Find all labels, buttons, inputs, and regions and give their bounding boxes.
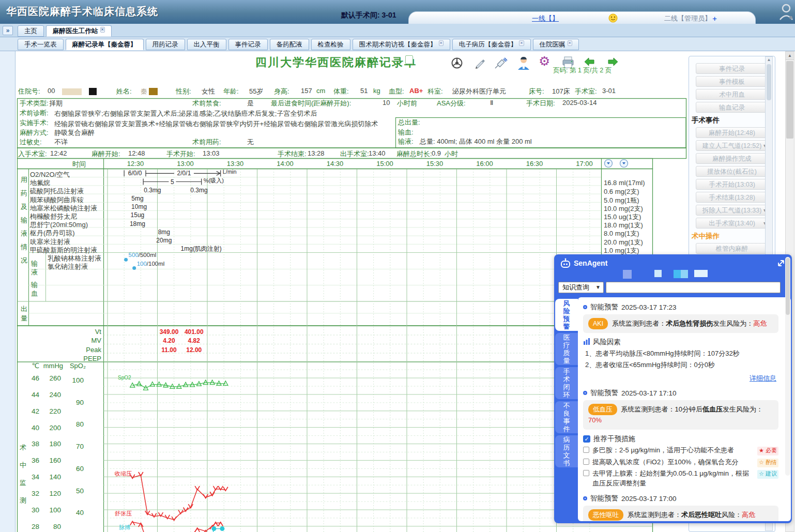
- chart-text: 6/0/0: [128, 170, 142, 177]
- syringe-icon[interactable]: [494, 57, 508, 71]
- intervention-item: 提高吸入氧浓度（FiO2）至100%，确保氧合充分☆ 酌情: [583, 458, 778, 467]
- doc-field: 13:40: [369, 149, 386, 157]
- chart-text: 50: [76, 487, 84, 495]
- line1-link[interactable]: 一线【】: [532, 14, 559, 23]
- doc-field: 手术开始:: [166, 149, 195, 159]
- tab-1[interactable]: 麻醉记录单【秦金蓉】: [66, 39, 144, 50]
- section-label: 量: [21, 314, 27, 323]
- event-button-5[interactable]: 手术结束(13:28): [696, 192, 768, 203]
- chart-text: 34: [32, 473, 40, 481]
- tab-0[interactable]: 手术一览表: [18, 39, 64, 50]
- user-icon[interactable]: [778, 3, 794, 23]
- tab-5[interactable]: 备药配液: [270, 39, 309, 50]
- doc-field: 实施手术:: [20, 118, 49, 128]
- bar-chart-icon: [583, 338, 590, 346]
- section-label: 监: [20, 478, 26, 488]
- vent-value: 349.00: [160, 328, 179, 336]
- risk-badge: 低血压: [588, 404, 617, 415]
- scroll-up-icon[interactable]: ▲: [786, 52, 794, 60]
- tab-7[interactable]: 围术期术前访视【秦金蓉】×: [353, 39, 450, 50]
- doc-field: 2025-03-14: [562, 99, 597, 107]
- doc-field: 是: [247, 99, 254, 108]
- line2-link[interactable]: 二线【管理员】＋: [664, 14, 718, 23]
- close-icon[interactable]: ×: [519, 40, 524, 46]
- tab-0[interactable]: 主页: [18, 25, 44, 37]
- time-tick: 15:30: [426, 160, 444, 168]
- chart-text: 32: [32, 490, 39, 497]
- tab-3[interactable]: 出入平衡: [187, 39, 226, 50]
- patient-field: 姓名:: [116, 87, 132, 96]
- section-label: 血: [31, 289, 38, 298]
- chart-text: 42: [32, 407, 39, 415]
- tab-9[interactable]: 住院医嘱×: [533, 39, 579, 50]
- alert-bubble: AKI系统监测到患者：术后急性肾损伤发生风险为：高危: [583, 314, 778, 333]
- checkbox-icon[interactable]: [583, 447, 589, 453]
- collapse-button[interactable]: »: [3, 26, 13, 35]
- event-button-1[interactable]: 建立人工气道(12:52)▾: [696, 140, 768, 151]
- main-scroll-thumb[interactable]: [786, 61, 793, 139]
- steering-wheel-icon[interactable]: [451, 57, 463, 71]
- checkbox-icon[interactable]: [583, 470, 589, 476]
- intraop-button-0[interactable]: 椎管内麻醉: [696, 243, 768, 254]
- tab-8[interactable]: 电子病历【秦金蓉】×: [452, 39, 531, 50]
- event-button-3[interactable]: 摆放体位(截石位): [696, 166, 768, 177]
- alert-title: 智能预警: [590, 494, 618, 503]
- close-icon[interactable]: ×: [568, 40, 572, 46]
- query-input[interactable]: [606, 282, 781, 293]
- main-tab-bar: » 主页麻醉医生工作站×: [0, 24, 795, 37]
- sidebar-button-1[interactable]: 事件模板: [696, 76, 768, 87]
- senagent-tab-1[interactable]: 医疗质量: [555, 333, 578, 365]
- sidebar-scroll-thumb[interactable]: [767, 64, 771, 100]
- messages-scrollbar[interactable]: [785, 257, 790, 476]
- section-label: 况: [21, 256, 27, 265]
- doc-field: 10: [383, 99, 390, 107]
- title-overlay-box: [405, 55, 413, 64]
- doc-field: 麻醉方式:: [20, 128, 49, 138]
- tab-2[interactable]: 用药记录: [146, 39, 185, 50]
- messages-scroll-thumb[interactable]: [786, 258, 790, 315]
- checkbox-icon[interactable]: [583, 459, 589, 465]
- senagent-tab-3[interactable]: 不良事件: [555, 401, 578, 433]
- sidebar-button-2[interactable]: 术中用血: [696, 89, 768, 100]
- doc-field: 经输尿管镜右侧输尿管支架置换术+经输尿管镜右侧输尿管狭窄内切开+经输尿管镜右侧输…: [54, 119, 378, 129]
- details-link[interactable]: 详细信息: [583, 374, 776, 383]
- tab-1[interactable]: 麻醉医生工作站×: [46, 25, 112, 37]
- doc-field: 择期: [49, 99, 63, 108]
- tab-label: 电子病历【秦金蓉】: [459, 41, 517, 48]
- event-button-4[interactable]: 手术开始(13:03): [696, 179, 768, 190]
- senagent-tab-2[interactable]: 手术闭环: [555, 367, 578, 399]
- sidebar-button-0[interactable]: 事件记录: [696, 63, 768, 74]
- close-icon[interactable]: ×: [100, 27, 105, 33]
- checkbox-checked-icon[interactable]: ✓: [583, 435, 590, 443]
- section-title: 推荐干预措施: [593, 434, 635, 444]
- expand-icon[interactable]: [776, 259, 786, 270]
- tab-4[interactable]: 事件记录: [228, 39, 268, 50]
- query-mode-select[interactable]: 知识查询▼: [558, 282, 604, 293]
- chart-text: 120: [49, 490, 61, 497]
- gear-icon[interactable]: ⚙: [539, 55, 550, 68]
- senagent-tab-4[interactable]: 病历文书: [555, 435, 578, 467]
- tab-label: 住院医嘱: [540, 41, 565, 48]
- event-button-6[interactable]: 拆除人工气道(13:33)▾: [696, 205, 768, 216]
- doc-field: 12:42: [50, 149, 67, 157]
- sidebar-button-3[interactable]: 输血记录: [696, 102, 768, 113]
- button-label: 手术结束(13:28): [709, 194, 755, 201]
- redacted-hospital-no-2: [89, 88, 97, 95]
- chart-text: 15ug: [131, 211, 145, 219]
- close-icon[interactable]: ×: [439, 40, 444, 46]
- chart-text: 0.3mg: [190, 187, 207, 194]
- tab-6[interactable]: 检查检验: [311, 39, 350, 50]
- pen-icon[interactable]: [473, 57, 486, 71]
- senagent-tab-0[interactable]: 风险预警: [555, 299, 578, 331]
- tab-label: 出入平衡: [194, 41, 220, 48]
- alert-bubble: 恶性呕吐系统监测到患者：术后恶性呕吐风险：高危: [583, 506, 778, 521]
- event-button-0[interactable]: 麻醉开始(12:48): [696, 127, 768, 138]
- doc-field: 12:48: [128, 149, 145, 157]
- alert-text-bold: 术后恶性呕吐: [681, 511, 722, 519]
- doctor-icon[interactable]: [517, 56, 530, 72]
- chart-text: 100: [49, 506, 61, 514]
- message-header: 智能预警2025-03-17 17:00: [583, 494, 778, 503]
- event-button-2[interactable]: 麻醉操作完成: [696, 153, 768, 164]
- scroll-up-icon[interactable]: ▲: [766, 57, 772, 62]
- event-button-7[interactable]: 出手术室(13:40)▾: [696, 218, 768, 229]
